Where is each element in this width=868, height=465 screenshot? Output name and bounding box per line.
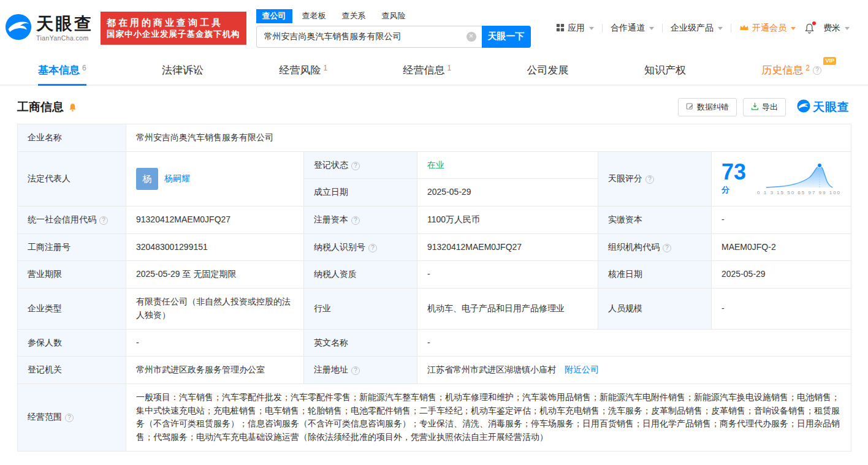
grid-icon: [556, 23, 565, 34]
clear-icon[interactable]: ×: [466, 32, 476, 42]
tianyancha-logo[interactable]: 天眼查 TianYanCha.com: [5, 13, 93, 43]
field-label-score: 天眼评分?: [598, 151, 712, 206]
nav-partner-label: 合作通道: [611, 23, 645, 34]
search-tab-relation[interactable]: 查关系: [336, 9, 372, 23]
search-tab-risk[interactable]: 查风险: [376, 9, 412, 23]
tianyancha-watermark: 天眼查: [797, 99, 850, 115]
promo-banner: 都在用的商业查询工具 国家中小企业发展子基金旗下机构: [101, 12, 246, 45]
search-tab-company[interactable]: 查公司: [256, 9, 292, 23]
edit-icon: [686, 102, 694, 112]
brand-domain: TianYanCha.com: [36, 34, 93, 42]
nearby-companies-link[interactable]: 附近公司: [565, 365, 599, 374]
table-row: 统一社会信用代码? 91320412MAEM0JFQ27 注册资本? 1100万…: [18, 206, 851, 234]
tab-history-info[interactable]: 历史信息 2 ? VIP: [761, 56, 830, 86]
field-label-org-code: 组织机构代码?: [598, 233, 712, 261]
section-actions: 数据纠错 导出 天眼查: [678, 98, 850, 116]
nav-vip[interactable]: 开通会员: [739, 23, 796, 34]
nav-enterprise-label: 企业级产品: [671, 23, 714, 34]
table-row: 登记机关 常州市武进区政务服务管理办公室 注册地址? 江苏省常州市武进区湖塘镇小…: [18, 357, 851, 384]
watermark-text: 天眼查: [813, 99, 850, 115]
field-value-company-name: 常州安吉尚奥汽车销售服务有限公司: [126, 124, 851, 152]
avatar[interactable]: 杨: [136, 168, 158, 190]
tab-business-risk[interactable]: 经营风险 1: [279, 56, 327, 86]
help-icon[interactable]: ?: [351, 162, 360, 170]
tab-basic-info[interactable]: 基本信息 6: [38, 56, 86, 86]
nav-enterprise[interactable]: 企业级产品: [671, 23, 723, 34]
tab-intellectual-property[interactable]: 知识产权: [644, 56, 686, 86]
field-value-staff-size: -: [712, 289, 851, 329]
vip-badge: VIP: [823, 57, 836, 65]
status-badge[interactable]: 在业: [427, 160, 444, 170]
field-value-reg-capital: 1100万人民币: [417, 206, 598, 234]
export-label: 导出: [762, 102, 778, 113]
notification-bell-icon[interactable]: [804, 23, 815, 34]
field-value-credit-code: 91320412MAEM0JFQ27: [126, 206, 304, 234]
table-row: 企业类型 有限责任公司（非自然人投资或控股的法人独资） 行业 机动车、电子产品和…: [18, 289, 851, 329]
field-label-staff-size: 人员规模: [598, 289, 712, 329]
tab-count-badge: 1: [447, 64, 452, 72]
business-info-table: 企业名称 常州安吉尚奥汽车销售服务有限公司 法定代表人 杨 杨嗣耀 登记状态? …: [17, 124, 851, 452]
tab-label: 历史信息: [761, 63, 803, 77]
field-label-reg-status: 登记状态?: [304, 151, 417, 179]
field-label-reg-address: 注册地址?: [304, 357, 417, 384]
field-value-reg-number: 320483001299151: [126, 233, 304, 261]
search-box: × 天眼一下: [256, 26, 531, 48]
search-button[interactable]: 天眼一下: [482, 26, 531, 48]
top-nav: 应用 合作通道 企业级产品 开通会员 费米: [556, 23, 850, 34]
field-label-insured-count: 参保人数: [18, 329, 126, 357]
promo-line-2: 国家中小企业发展子基金旗下机构: [107, 29, 240, 40]
field-value-insured-count: -: [126, 329, 304, 357]
divider: [731, 24, 731, 32]
table-row: 营业期限 2025-05-29 至 无固定期限 纳税人资质 - 核准日期 202…: [18, 261, 851, 289]
chevron-down-icon: [791, 27, 796, 30]
help-icon[interactable]: ?: [99, 216, 108, 225]
chevron-down-icon: [718, 27, 723, 30]
table-row: 企业名称 常州安吉尚奥汽车销售服务有限公司: [18, 124, 851, 152]
table-row: 法定代表人 杨 杨嗣耀 登记状态? 在业 天眼评分? 73分: [18, 151, 851, 179]
search-tabs: 查公司 查老板 查关系 查风险: [256, 9, 531, 23]
field-label-business-term: 营业期限: [18, 261, 126, 289]
export-button[interactable]: 导出: [743, 98, 786, 116]
crown-icon: [739, 23, 749, 33]
chevron-down-icon: [649, 27, 654, 30]
help-icon[interactable]: ?: [351, 216, 360, 225]
table-row: 经营范围? 一般项目：汽车销售；汽车零配件批发；汽车零配件零售；新能源汽车整车销…: [18, 384, 851, 451]
help-icon[interactable]: ?: [813, 66, 821, 75]
tab-label: 经营风险: [279, 63, 321, 77]
field-value-company-type: 有限责任公司（非自然人投资或控股的法人独资）: [126, 289, 304, 329]
help-icon[interactable]: ?: [645, 175, 654, 184]
search-area: 查公司 查老板 查关系 查风险 × 天眼一下: [256, 9, 531, 48]
divider: [602, 24, 603, 32]
field-label-reg-number: 工商注册号: [18, 233, 126, 261]
subscribe-bell-icon[interactable]: [68, 103, 77, 112]
help-icon[interactable]: ?: [65, 414, 74, 422]
nav-user[interactable]: 费米: [823, 23, 850, 34]
field-label-taxpayer-quality: 纳税人资质: [304, 261, 417, 289]
tab-business-info[interactable]: 经营信息 1: [403, 56, 452, 86]
field-value-english-name: -: [417, 329, 851, 357]
search-tab-boss[interactable]: 查老板: [296, 9, 332, 23]
page-tab-bar: 基本信息 6 法律诉讼 经营风险 1 经营信息 1 公司发展 知识产权 历史信息…: [0, 56, 868, 86]
top-header: 天眼查 TianYanCha.com 都在用的商业查询工具 国家中小企业发展子基…: [0, 0, 868, 56]
field-value-industry: 机动车、电子产品和日用产品修理业: [417, 289, 598, 329]
section-title: 工商信息: [17, 99, 64, 115]
field-value-approve-date: 2025-05-29: [712, 261, 851, 289]
search-input[interactable]: [257, 32, 482, 42]
help-icon[interactable]: ?: [368, 244, 377, 252]
data-correction-button[interactable]: 数据纠错: [678, 98, 737, 116]
tab-count-badge: 1: [323, 64, 327, 72]
nav-partner[interactable]: 合作通道: [611, 23, 654, 34]
help-icon[interactable]: ?: [663, 244, 671, 252]
tianyan-score: 73分: [721, 161, 753, 197]
tab-legal[interactable]: 法律诉讼: [162, 56, 204, 86]
table-row: 工商注册号 320483001299151 纳税人识别号? 91320412MA…: [18, 233, 851, 261]
field-label-company-name: 企业名称: [18, 124, 126, 152]
nav-apps[interactable]: 应用: [556, 23, 594, 34]
field-label-taxpayer-id: 纳税人识别号?: [304, 233, 417, 261]
field-value-reg-address: 江苏省常州市武进区湖塘镇小庙村 附近公司: [417, 357, 851, 384]
help-icon[interactable]: ?: [351, 366, 360, 375]
field-label-english-name: 英文名称: [304, 329, 417, 357]
legal-rep-link[interactable]: 杨嗣耀: [164, 172, 190, 186]
score-cell: 73分 0 1 3 15 50 65 97 99: [712, 151, 851, 206]
tab-company-development[interactable]: 公司发展: [527, 56, 569, 86]
